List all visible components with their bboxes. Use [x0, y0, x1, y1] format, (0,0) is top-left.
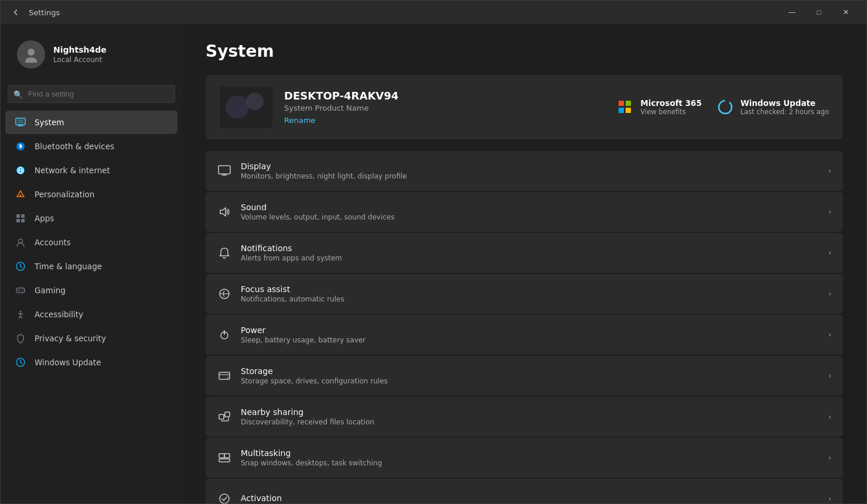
- user-name: Nightsh4de: [53, 45, 107, 54]
- minimize-button[interactable]: —: [779, 1, 805, 24]
- svg-line-18: [21, 266, 22, 268]
- nav-list: System Bluetooth & devices: [1, 110, 182, 375]
- focus-label: Focus assist: [241, 284, 819, 294]
- search-box: 🔍: [8, 85, 175, 103]
- storage-chevron: ›: [828, 372, 831, 380]
- power-chevron: ›: [828, 331, 831, 339]
- avatar: [17, 40, 45, 68]
- focus-text: Focus assist Notifications, automatic ru…: [241, 284, 819, 303]
- svg-point-1: [25, 57, 37, 63]
- svg-rect-50: [219, 454, 224, 458]
- main-layout: Nightsh4de Local Account 🔍: [1, 24, 866, 503]
- accounts-icon: [15, 236, 26, 248]
- sidebar-item-gaming[interactable]: Gaming: [5, 279, 178, 302]
- notifications-text: Notifications Alerts from apps and syste…: [241, 244, 819, 262]
- settings-item-power[interactable]: Power Sleep, battery usage, battery save…: [206, 315, 843, 355]
- display-label: Display: [241, 162, 819, 171]
- sidebar-item-label-update: Windows Update: [35, 358, 101, 367]
- power-icon: [217, 328, 231, 342]
- sidebar-item-label-bluetooth: Bluetooth & devices: [35, 142, 114, 151]
- update-title: Windows Update: [740, 98, 829, 108]
- sidebar-item-system[interactable]: System: [5, 111, 178, 134]
- notifications-label: Notifications: [241, 244, 819, 253]
- focus-chevron: ›: [828, 290, 831, 298]
- storage-icon: [217, 369, 231, 383]
- svg-point-10: [20, 195, 22, 197]
- sidebar-item-bluetooth[interactable]: Bluetooth & devices: [5, 135, 178, 158]
- sidebar-item-accounts[interactable]: Accounts: [5, 231, 178, 254]
- titlebar: Settings — □ ✕: [1, 1, 866, 24]
- display-text: Display Monitors, brightness, night ligh…: [241, 162, 819, 180]
- display-chevron: ›: [828, 167, 831, 175]
- ms365-badge[interactable]: Microsoft 365 View benefits: [616, 98, 702, 116]
- settings-item-nearby[interactable]: Nearby sharing Discoverability, received…: [206, 397, 843, 437]
- svg-line-28: [21, 316, 22, 318]
- storage-text: Storage Storage space, drives, configura…: [241, 366, 819, 385]
- sidebar-item-apps[interactable]: Apps: [5, 207, 178, 230]
- personalization-icon: [15, 188, 26, 200]
- product-name: System Product Name: [284, 104, 604, 112]
- windows-update-badge[interactable]: Windows Update Last checked: 2 hours ago: [716, 98, 829, 116]
- settings-list: Display Monitors, brightness, night ligh…: [206, 151, 843, 503]
- titlebar-title: Settings: [29, 8, 60, 17]
- svg-marker-39: [220, 208, 226, 216]
- settings-item-display[interactable]: Display Monitors, brightness, night ligh…: [206, 151, 843, 191]
- sidebar-item-label-time: Time & language: [35, 262, 102, 271]
- gaming-icon: [15, 284, 26, 296]
- sidebar-item-personalization[interactable]: Personalization: [5, 183, 178, 206]
- svg-rect-11: [16, 214, 20, 218]
- svg-point-53: [220, 494, 229, 503]
- settings-item-notifications[interactable]: Notifications Alerts from apps and syste…: [206, 233, 843, 273]
- accessibility-icon: [15, 308, 26, 320]
- svg-rect-12: [21, 214, 25, 218]
- device-name: DESKTOP-4RAKV94: [284, 90, 604, 102]
- svg-point-33: [248, 94, 262, 108]
- sidebar-item-time[interactable]: Time & language: [5, 255, 178, 278]
- notifications-icon: [217, 246, 231, 260]
- settings-item-storage[interactable]: Storage Storage space, drives, configura…: [206, 356, 843, 396]
- svg-point-23: [21, 290, 22, 292]
- windows-update-icon: [716, 98, 735, 116]
- settings-item-focus[interactable]: Focus assist Notifications, automatic ru…: [206, 274, 843, 314]
- svg-rect-3: [18, 119, 23, 124]
- system-icon: [15, 116, 26, 128]
- svg-rect-19: [16, 288, 25, 293]
- nearby-text: Nearby sharing Discoverability, received…: [241, 407, 819, 426]
- power-label: Power: [241, 325, 819, 335]
- display-icon: [217, 164, 231, 178]
- close-button[interactable]: ✕: [832, 1, 859, 24]
- sidebar-item-network[interactable]: Network & internet: [5, 159, 178, 182]
- sidebar-item-label-accounts: Accounts: [35, 238, 71, 247]
- nearby-label: Nearby sharing: [241, 407, 819, 417]
- network-icon: [15, 164, 26, 176]
- multitasking-icon: [217, 451, 231, 465]
- power-text: Power Sleep, battery usage, battery save…: [241, 325, 819, 344]
- bluetooth-icon: [15, 140, 26, 152]
- svg-rect-14: [21, 219, 25, 222]
- rename-link[interactable]: Rename: [284, 116, 315, 125]
- sidebar-item-label-system: System: [35, 118, 64, 127]
- activation-label: Activation: [241, 493, 819, 503]
- maximize-button[interactable]: □: [805, 1, 832, 24]
- settings-item-activation[interactable]: Activation ›: [206, 479, 843, 503]
- user-profile[interactable]: Nightsh4de Local Account: [5, 31, 178, 78]
- svg-point-32: [230, 97, 251, 118]
- nearby-chevron: ›: [828, 413, 831, 421]
- settings-item-multitasking[interactable]: Multitasking Snap windows, desktops, tas…: [206, 438, 843, 478]
- apps-icon: [15, 212, 26, 224]
- sidebar-item-accessibility[interactable]: Accessibility: [5, 303, 178, 326]
- svg-rect-30: [220, 87, 272, 128]
- page-title: System: [206, 42, 843, 61]
- sound-chevron: ›: [828, 208, 831, 216]
- sidebar-item-update[interactable]: Windows Update: [5, 351, 178, 374]
- svg-rect-36: [219, 166, 230, 174]
- svg-point-46: [227, 377, 228, 378]
- search-input[interactable]: [8, 85, 175, 103]
- ms365-subtitle: View benefits: [640, 108, 702, 116]
- sidebar-item-label-network: Network & internet: [35, 166, 110, 175]
- sidebar-item-privacy[interactable]: Privacy & security: [5, 327, 178, 350]
- ms365-icon: [616, 98, 634, 116]
- settings-item-sound[interactable]: Sound Volume levels, output, input, soun…: [206, 192, 843, 232]
- sound-label: Sound: [241, 203, 819, 212]
- back-button[interactable]: [8, 4, 24, 20]
